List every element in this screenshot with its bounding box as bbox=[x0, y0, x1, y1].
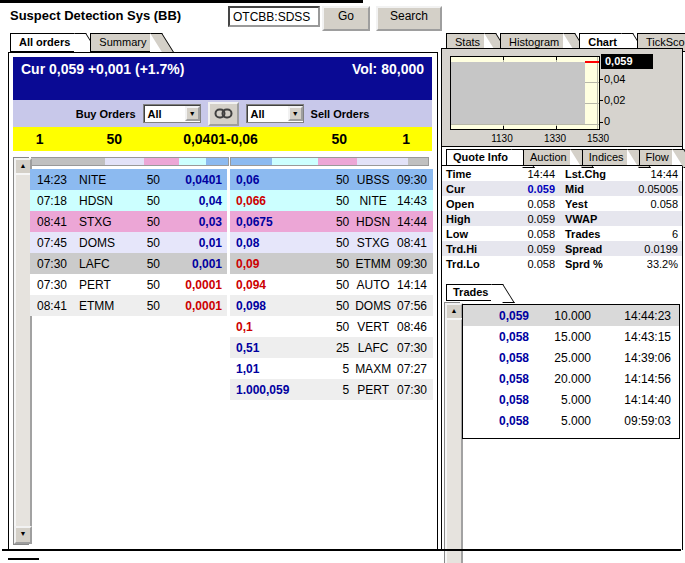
x-axis-label: 1330 bbox=[538, 133, 572, 144]
chain-link-icon bbox=[214, 108, 233, 119]
sell-order-row[interactable]: 0,0675 50 HDSN 14:44 bbox=[230, 211, 433, 232]
order-size: 5 bbox=[308, 383, 350, 397]
sell-depth-color-strip bbox=[230, 157, 429, 166]
quote-tab[interactable]: Indices bbox=[582, 149, 627, 166]
sell-order-row[interactable]: 0,094 50 AUTO 14:14 bbox=[230, 274, 433, 295]
buy-order-row[interactable]: 07:18 HDSN 50 0,04 bbox=[30, 190, 227, 211]
go-button[interactable]: Go bbox=[322, 6, 370, 31]
quote-value: 14:44 bbox=[498, 168, 555, 180]
main-tab-bar: All ordersSummary bbox=[10, 33, 166, 52]
best-sell-count: 1 bbox=[380, 131, 432, 147]
order-time: 07:30 bbox=[30, 257, 79, 271]
trade-time: 14:14:56 bbox=[591, 372, 679, 386]
order-price: 0,094 bbox=[230, 278, 308, 292]
trade-time: 14:39:06 bbox=[591, 351, 679, 365]
order-size: 50 bbox=[308, 320, 350, 334]
buy-filter-dropdown[interactable]: All ▼ bbox=[143, 104, 201, 123]
buy-order-row[interactable]: 14:23 NITE 50 0,0401 bbox=[30, 169, 227, 190]
trade-row[interactable]: 0,058 15.000 14:43:15 bbox=[463, 326, 679, 347]
quote-label: High bbox=[446, 213, 498, 225]
buy-order-row[interactable]: 08:41 STXG 50 0,03 bbox=[30, 211, 227, 232]
order-price: 0,0001 bbox=[160, 299, 227, 313]
sell-order-row[interactable]: 0,08 50 STXG 08:41 bbox=[230, 232, 433, 253]
sell-order-row[interactable]: 1.000,059 5 PERT 07:30 bbox=[230, 379, 433, 400]
trades-scrollbar[interactable]: ▲ ▼ bbox=[444, 302, 460, 563]
quote-value: 6 bbox=[621, 228, 678, 240]
order-size: 50 bbox=[122, 236, 160, 250]
order-price: 0,06 bbox=[230, 173, 308, 187]
market-maker-id: UBSS bbox=[349, 173, 397, 187]
sell-order-row[interactable]: 1,01 5 MAXM 07:27 bbox=[230, 358, 433, 379]
order-size: 50 bbox=[308, 257, 350, 271]
market-maker-id: DOMS bbox=[79, 236, 122, 250]
quote-tab-bar: Quote InfoAuctionIndicesFlow bbox=[446, 149, 684, 166]
sell-order-row[interactable]: 0,09 50 ETMM 09:30 bbox=[230, 253, 433, 274]
buy-order-row[interactable]: 07:30 PERT 50 0,0001 bbox=[30, 274, 227, 295]
main-tab[interactable]: All orders bbox=[10, 33, 74, 52]
current-price-line bbox=[585, 61, 599, 63]
trade-price: 0,058 bbox=[463, 351, 529, 365]
quote-label: VWAP bbox=[565, 213, 621, 225]
order-filter-toolbar: Buy Orders All ▼ All ▼ Sell Orders bbox=[13, 100, 432, 127]
order-time: 14:43 bbox=[397, 194, 433, 208]
order-time: 14:44 bbox=[397, 215, 433, 229]
order-time: 08:41 bbox=[30, 299, 79, 313]
trade-row[interactable]: 0,058 20.000 14:14:56 bbox=[463, 368, 679, 389]
sell-order-row[interactable]: 0,51 25 LAFC 07:30 bbox=[230, 337, 433, 358]
sell-order-row[interactable]: 0,06 50 UBSS 09:30 bbox=[230, 169, 433, 190]
order-book-scrollbar[interactable]: ▲ ▼ bbox=[13, 157, 29, 545]
order-size: 50 bbox=[122, 215, 160, 229]
order-size: 50 bbox=[308, 173, 350, 187]
sell-order-row[interactable]: 0,098 50 DOMS 07:56 bbox=[230, 295, 433, 316]
sell-order-row[interactable]: 0,1 50 VERT 08:46 bbox=[230, 316, 433, 337]
best-price-row: 1 50 0,0401 -0,06 50 1 bbox=[13, 127, 432, 151]
scroll-down-icon[interactable]: ▼ bbox=[14, 526, 32, 544]
search-button[interactable]: Search bbox=[376, 6, 442, 31]
order-size: 50 bbox=[308, 299, 350, 313]
scrollbar-thumb[interactable] bbox=[445, 318, 463, 563]
y-axis-label: 0,04 bbox=[604, 73, 625, 85]
order-size: 50 bbox=[122, 194, 160, 208]
depth-strip-segment bbox=[144, 158, 179, 165]
sell-filter-dropdown[interactable]: All ▼ bbox=[246, 104, 304, 123]
main-tab[interactable]: Summary bbox=[90, 33, 150, 52]
tab-label: Quote Info bbox=[453, 151, 508, 163]
chart-plot-area bbox=[450, 56, 600, 130]
quote-tab[interactable]: Flow bbox=[639, 149, 672, 166]
best-sell-size: 50 bbox=[298, 131, 380, 147]
symbol-input[interactable] bbox=[228, 6, 320, 27]
order-price: 0,1 bbox=[230, 320, 308, 334]
buy-order-row[interactable]: 08:41 ETMM 50 0,0001 bbox=[30, 295, 227, 316]
depth-strip-segment bbox=[105, 158, 144, 165]
order-time: 09:30 bbox=[397, 173, 433, 187]
trades-tab[interactable]: Trades bbox=[446, 284, 491, 301]
security-title: Suspect Detection Sys (BB) bbox=[10, 8, 181, 23]
quote-info-row: Trd.Lo 0.058 Sprd % 33.2% bbox=[442, 256, 682, 271]
buy-order-row[interactable]: 07:45 DOMS 50 0,01 bbox=[30, 232, 227, 253]
trades-list: 0,059 10.000 14:44:23 0,058 15.000 14:43… bbox=[462, 304, 680, 439]
chevron-down-icon[interactable]: ▼ bbox=[185, 106, 200, 121]
quote-label: Lst.Chg bbox=[565, 168, 621, 180]
trade-size: 15.000 bbox=[529, 330, 591, 344]
best-sell-side: -0,06 50 1 bbox=[226, 131, 432, 147]
quote-tab[interactable]: Auction bbox=[523, 149, 570, 166]
link-filters-button[interactable] bbox=[208, 102, 239, 126]
trade-row[interactable]: 0,058 5.000 14:14:40 bbox=[463, 389, 679, 410]
tab-label: Indices bbox=[589, 151, 624, 163]
sell-order-row[interactable]: 0,066 50 NITE 14:43 bbox=[230, 190, 433, 211]
trade-row[interactable]: 0,058 5.000 09:59:03 bbox=[463, 410, 679, 431]
order-price: 0,066 bbox=[230, 194, 308, 208]
quote-tab[interactable]: Quote Info bbox=[446, 149, 511, 166]
level2-quote-window: Suspect Detection Sys (BB) Go Search All… bbox=[0, 0, 685, 563]
sell-orders-label: Sell Orders bbox=[311, 108, 370, 120]
order-time: 14:14 bbox=[397, 278, 433, 292]
buy-order-row[interactable]: 07:30 LAFC 50 0,001 bbox=[30, 253, 227, 274]
order-size: 50 bbox=[308, 278, 350, 292]
order-price: 0,0001 bbox=[160, 278, 227, 292]
trade-row[interactable]: 0,058 25.000 14:39:06 bbox=[463, 347, 679, 368]
trade-time: 14:44:23 bbox=[591, 309, 679, 323]
chevron-down-icon[interactable]: ▼ bbox=[288, 106, 303, 121]
trade-row[interactable]: 0,059 10.000 14:44:23 bbox=[463, 305, 679, 326]
quote-info-row: Time 14:44 Lst.Chg 14:44 bbox=[442, 166, 682, 181]
order-time: 07:30 bbox=[397, 383, 433, 397]
